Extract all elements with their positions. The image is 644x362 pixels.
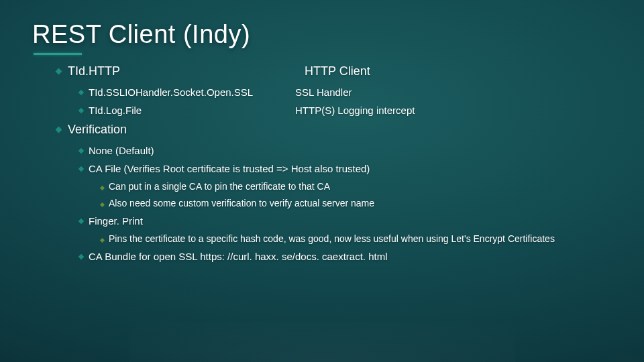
slide-title: REST Client (Indy) xyxy=(32,20,612,49)
list-item: None (Default) xyxy=(79,145,612,156)
list-item: CA Bundle for open SSL https: //curl. ha… xyxy=(79,251,612,262)
list-item: TId.SSLIOHandler.Socket.Open.SSL SSL Han… xyxy=(79,86,612,98)
item-label: TId.SSLIOHandler.Socket.Open.SSL xyxy=(89,86,253,98)
item-label: TId.Log.File xyxy=(89,105,142,116)
list-item: Also need some custom verification to ve… xyxy=(101,198,612,208)
list-item: Can put in a single CA to pin the certif… xyxy=(101,181,612,192)
bullet-icon xyxy=(78,89,84,95)
item-label: Can put in a single CA to pin the certif… xyxy=(109,181,330,192)
bullet-icon xyxy=(100,202,105,207)
bullet-icon xyxy=(100,238,105,243)
bullet-icon xyxy=(78,253,84,259)
item-desc: HTTP(S) Logging intercept xyxy=(295,105,612,116)
list-item: Finger. Print Pins the certificate to a … xyxy=(79,215,612,244)
list-item: TId.HTTP HTTP Client TId.SSLIOHandler.So… xyxy=(56,64,612,116)
bullet-icon xyxy=(56,68,62,75)
item-label: Finger. Print xyxy=(89,215,143,227)
list-item: Verification None (Default) CA File (Ver… xyxy=(56,123,612,262)
list-item: TId.Log.File HTTP(S) Logging intercept xyxy=(79,105,612,116)
item-label: Pins the certificate to a specific hash … xyxy=(109,233,555,244)
title-underline xyxy=(34,53,82,55)
list-item: Pins the certificate to a specific hash … xyxy=(101,233,612,244)
bullet-icon xyxy=(56,127,62,133)
item-desc: HTTP Client xyxy=(305,64,612,78)
item-label: CA File (Verifies Root certificate is tr… xyxy=(89,163,370,174)
bullet-icon xyxy=(78,166,84,171)
item-desc: SSL Handler xyxy=(295,86,612,98)
item-label: Verification xyxy=(68,123,127,137)
list-item: CA File (Verifies Root certificate is tr… xyxy=(79,163,612,208)
bullet-icon xyxy=(100,186,105,190)
bullet-icon xyxy=(78,147,84,153)
slide: REST Client (Indy) TId.HTTP HTTP Client … xyxy=(0,0,644,285)
item-label: None (Default) xyxy=(89,145,154,156)
item-label: CA Bundle for open SSL https: //curl. ha… xyxy=(89,251,388,262)
bullet-icon xyxy=(78,107,84,113)
item-label: Also need some custom verification to ve… xyxy=(109,198,374,208)
bullet-list: TId.HTTP HTTP Client TId.SSLIOHandler.So… xyxy=(32,64,612,262)
item-label: TId.HTTP xyxy=(68,64,120,78)
bullet-icon xyxy=(78,218,84,223)
